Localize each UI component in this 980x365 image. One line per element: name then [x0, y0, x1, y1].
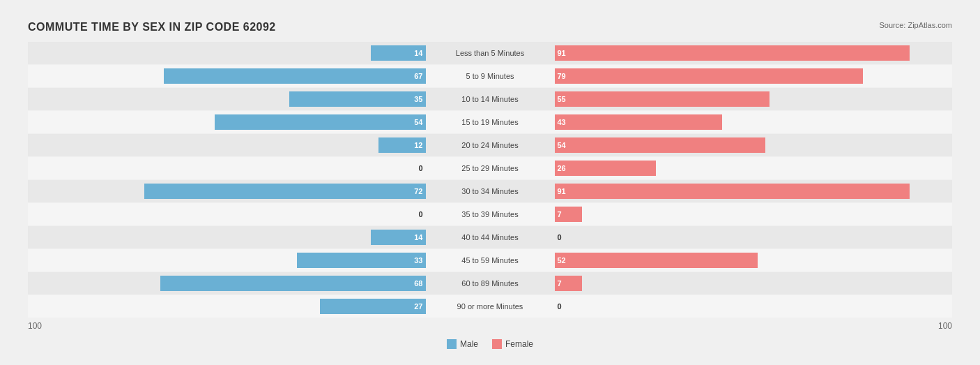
male-bar — [297, 253, 426, 268]
female-value: 26 — [558, 164, 566, 172]
chart-container: COMMUTE TIME BY SEX IN ZIP CODE 62092 So… — [14, 14, 966, 363]
axis-left: 100 — [28, 321, 42, 331]
chart-row: 14 Less than 5 Minutes 91 — [28, 42, 952, 64]
female-value: 0 — [558, 302, 562, 311]
chart-row: 0 35 to 39 Minutes 7 — [28, 203, 952, 225]
left-bar-area: 54 — [28, 111, 426, 133]
right-bar-area: 79 — [555, 65, 953, 87]
female-bar — [555, 68, 863, 84]
chart-rows: 14 Less than 5 Minutes 91 67 5 to 9 Minu… — [28, 42, 952, 318]
chart-row: 0 25 to 29 Minutes 26 — [28, 157, 952, 179]
chart-row: 27 90 or more Minutes 0 — [28, 295, 952, 318]
male-bar — [160, 276, 426, 291]
left-bar-area: 35 — [28, 88, 426, 110]
left-bar-area: 14 — [28, 226, 426, 248]
male-value: 12 — [414, 141, 422, 149]
male-value: 72 — [414, 187, 422, 195]
female-value: 43 — [558, 118, 566, 126]
left-bar-area: 0 — [28, 157, 426, 179]
female-value: 0 — [558, 233, 562, 241]
female-value: 91 — [558, 49, 566, 57]
row-label: 10 to 14 Minutes — [426, 95, 555, 103]
row-label: Less than 5 Minutes — [426, 49, 555, 57]
row-label: 30 to 34 Minutes — [426, 187, 555, 195]
chart-row: 35 10 to 14 Minutes 55 — [28, 88, 952, 110]
male-bar — [320, 299, 425, 314]
right-bar-area: 7 — [555, 272, 953, 295]
left-bar-area: 27 — [28, 295, 426, 318]
left-bar-area: 67 — [28, 65, 426, 87]
male-value: 54 — [414, 118, 422, 126]
male-value: 67 — [414, 72, 422, 80]
female-bar — [555, 253, 758, 268]
right-bar-area: 7 — [555, 203, 953, 225]
left-bar-area: 12 — [28, 134, 426, 156]
male-value: 27 — [414, 302, 422, 311]
male-value: 68 — [414, 279, 422, 288]
legend-male: Male — [447, 339, 478, 349]
row-label: 25 to 29 Minutes — [426, 164, 555, 172]
chart-row: 68 60 to 89 Minutes 7 — [28, 272, 952, 295]
right-bar-area: 0 — [555, 226, 953, 248]
left-bar-area: 14 — [28, 42, 426, 64]
right-bar-area: 91 — [555, 180, 953, 202]
legend: Male Female — [28, 339, 952, 349]
chart-row: 14 40 to 44 Minutes 0 — [28, 226, 952, 248]
chart-title: COMMUTE TIME BY SEX IN ZIP CODE 62092 — [28, 21, 276, 33]
chart-header: COMMUTE TIME BY SEX IN ZIP CODE 62092 So… — [28, 21, 952, 33]
axis-right: 100 — [938, 321, 952, 331]
row-label: 35 to 39 Minutes — [426, 210, 555, 218]
male-value: 0 — [418, 164, 422, 172]
right-bar-area: 91 — [555, 42, 953, 64]
female-value: 91 — [558, 187, 566, 195]
left-bar-area: 33 — [28, 249, 426, 271]
left-bar-area: 0 — [28, 203, 426, 225]
row-label: 60 to 89 Minutes — [426, 279, 555, 288]
chart-row: 67 5 to 9 Minutes 79 — [28, 65, 952, 87]
male-value: 35 — [414, 95, 422, 103]
female-value: 7 — [558, 279, 562, 288]
male-bar — [144, 184, 425, 199]
male-bar — [164, 68, 425, 84]
chart-row: 12 20 to 24 Minutes 54 — [28, 134, 952, 156]
legend-female-label: Female — [505, 339, 533, 349]
female-value: 79 — [558, 72, 566, 80]
female-bar — [555, 137, 765, 153]
female-bar — [555, 114, 723, 130]
chart-row: 54 15 to 19 Minutes 43 — [28, 111, 952, 133]
male-value: 33 — [414, 256, 422, 265]
male-bar — [289, 91, 426, 107]
row-label: 90 or more Minutes — [426, 302, 555, 311]
left-bar-area: 72 — [28, 180, 426, 202]
right-bar-area: 52 — [555, 249, 953, 271]
chart-row: 72 30 to 34 Minutes 91 — [28, 180, 952, 202]
female-value: 52 — [558, 256, 566, 265]
female-value: 7 — [558, 210, 562, 218]
legend-female: Female — [492, 339, 533, 349]
female-bar — [555, 184, 910, 199]
right-bar-area: 0 — [555, 295, 953, 318]
right-bar-area: 26 — [555, 157, 953, 179]
row-label: 40 to 44 Minutes — [426, 233, 555, 241]
male-value: 14 — [414, 49, 422, 57]
legend-female-box — [492, 339, 502, 349]
legend-male-box — [447, 339, 457, 349]
left-bar-area: 68 — [28, 272, 426, 295]
right-bar-area: 54 — [555, 134, 953, 156]
male-bar — [215, 114, 425, 130]
row-label: 45 to 59 Minutes — [426, 256, 555, 265]
right-bar-area: 55 — [555, 88, 953, 110]
male-value: 14 — [414, 233, 422, 241]
female-bar — [555, 91, 770, 107]
female-bar — [555, 161, 657, 176]
female-value: 55 — [558, 95, 566, 103]
row-label: 20 to 24 Minutes — [426, 141, 555, 149]
female-value: 54 — [558, 141, 566, 149]
legend-male-label: Male — [460, 339, 478, 349]
row-label: 5 to 9 Minutes — [426, 72, 555, 80]
axis-labels: 100 100 — [28, 318, 952, 334]
row-label: 15 to 19 Minutes — [426, 118, 555, 126]
chart-row: 33 45 to 59 Minutes 52 — [28, 249, 952, 271]
female-bar — [555, 45, 910, 61]
chart-source: Source: ZipAtlas.com — [879, 21, 952, 29]
